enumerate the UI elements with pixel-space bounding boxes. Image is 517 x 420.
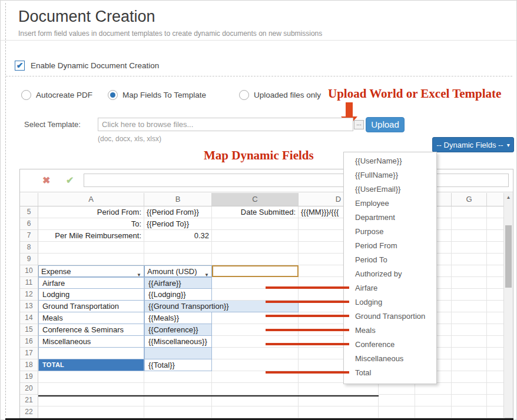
cell-A6[interactable]: To: <box>38 218 144 230</box>
cell-G18[interactable] <box>452 359 487 371</box>
cell-C14[interactable] <box>212 312 299 324</box>
cell-F21[interactable] <box>415 395 452 406</box>
column-header-sliver[interactable] <box>487 193 505 206</box>
cell-E22[interactable] <box>379 406 415 418</box>
row-header-13[interactable]: 13 <box>20 301 38 312</box>
formula-cancel-icon[interactable]: ✖ <box>42 175 50 186</box>
upload-button[interactable]: Upload <box>366 117 405 132</box>
cell-H11[interactable] <box>487 277 505 289</box>
dropdown-item[interactable]: Miscellaneous <box>344 352 436 366</box>
cell-H13[interactable] <box>487 301 505 312</box>
cell-C9[interactable] <box>212 254 299 265</box>
dropdown-item[interactable]: Period From <box>344 239 436 253</box>
cell-D20[interactable] <box>299 383 379 395</box>
cell-C21[interactable] <box>212 395 299 406</box>
cell-B12[interactable]: {{Lodging}} <box>144 289 212 301</box>
cell-H18[interactable] <box>487 359 505 371</box>
cell-B15[interactable]: {{Conference}} <box>144 324 212 336</box>
dropdown-item[interactable]: Meals <box>344 324 436 338</box>
cell-B17[interactable] <box>144 348 212 359</box>
cell-B20[interactable] <box>144 383 212 395</box>
dropdown-item[interactable]: {{UserEmail}} <box>344 182 436 196</box>
cell-C6[interactable] <box>212 218 299 230</box>
cell-H20[interactable] <box>487 383 505 395</box>
cell-A10[interactable]: Expense▼ <box>38 265 144 277</box>
cell-C5[interactable]: Date Submitted: <box>212 206 299 218</box>
cell-G7[interactable] <box>452 230 487 242</box>
row-header-15[interactable]: 15 <box>20 324 38 336</box>
cell-G22[interactable] <box>452 406 487 418</box>
cell-H22[interactable] <box>487 406 505 418</box>
cell-A14[interactable]: Meals <box>38 312 144 324</box>
mode-map-fields[interactable]: Map Fields To Template <box>108 90 206 100</box>
formula-input[interactable] <box>84 174 509 187</box>
dropdown-item[interactable]: Airfare <box>344 281 436 295</box>
cell-C17[interactable] <box>212 348 299 359</box>
row-header-10[interactable]: 10 <box>20 265 38 277</box>
corner-header[interactable] <box>20 193 38 206</box>
cell-G16[interactable] <box>452 336 487 348</box>
cell-G13[interactable] <box>452 301 487 312</box>
cell-A12[interactable]: Lodging <box>38 289 144 301</box>
radio-icon-selected[interactable] <box>108 90 118 100</box>
cell-G10[interactable] <box>452 265 487 277</box>
cell-B21[interactable] <box>144 395 212 406</box>
scroll-up-icon[interactable]: ▲ <box>504 193 513 203</box>
cell-G9[interactable] <box>452 254 487 265</box>
cell-B16[interactable]: {{Miscellaneous}} <box>144 336 212 348</box>
cell-C22[interactable] <box>212 406 299 418</box>
cell-H6[interactable] <box>487 218 505 230</box>
row-header-17[interactable]: 17 <box>20 348 38 359</box>
cell-G14[interactable] <box>452 312 487 324</box>
cell-A9[interactable] <box>38 254 144 265</box>
dropdown-item[interactable]: Total <box>344 366 436 380</box>
cell-G12[interactable] <box>452 289 487 301</box>
column-header-C[interactable]: C <box>212 193 299 206</box>
dropdown-item[interactable]: Conference <box>344 338 436 352</box>
row-header-14[interactable]: 14 <box>20 312 38 324</box>
row-header-16[interactable]: 16 <box>20 336 38 348</box>
cell-G19[interactable] <box>452 371 487 383</box>
cell-A15[interactable]: Conference & Seminars <box>38 324 144 336</box>
mode-uploaded-only[interactable]: Uploaded files only <box>239 90 321 100</box>
cell-C10[interactable] <box>212 265 299 277</box>
cell-G11[interactable] <box>452 277 487 289</box>
dropdown-item[interactable]: Authorized by <box>344 267 436 281</box>
cell-H8[interactable] <box>487 242 505 254</box>
cell-G15[interactable] <box>452 324 487 336</box>
cell-A13[interactable]: Ground Transportation <box>38 301 144 312</box>
row-header-19[interactable]: 19 <box>20 371 38 383</box>
scrollbar-thumb[interactable] <box>505 225 512 288</box>
formula-apply-icon[interactable]: ✔ <box>66 175 74 186</box>
cell-A20[interactable] <box>38 383 144 395</box>
cell-B19[interactable] <box>144 371 212 383</box>
cell-G8[interactable] <box>452 242 487 254</box>
dynamic-fields-button[interactable]: -- Dynamic Fields -- ▾ <box>432 137 514 152</box>
cell-B22[interactable] <box>144 406 212 418</box>
cell-A19[interactable] <box>38 371 144 383</box>
cell-H16[interactable] <box>487 336 505 348</box>
row-header-20[interactable]: 20 <box>20 383 38 395</box>
template-file-input[interactable] <box>98 118 353 131</box>
cell-B9[interactable] <box>144 254 212 265</box>
row-header-9[interactable]: 9 <box>20 254 38 265</box>
dropdown-item[interactable]: Employee <box>344 196 436 211</box>
row-header-18[interactable]: 18 <box>20 359 38 371</box>
row-header-12[interactable]: 12 <box>20 289 38 301</box>
dropdown-item[interactable]: Period To <box>344 253 436 267</box>
radio-icon[interactable] <box>21 90 31 100</box>
row-header-5[interactable]: 5 <box>20 206 38 218</box>
cell-H7[interactable] <box>487 230 505 242</box>
cell-D21[interactable] <box>299 395 379 406</box>
cell-H17[interactable] <box>487 348 505 359</box>
column-header-B[interactable]: B <box>144 193 212 206</box>
row-header-11[interactable]: 11 <box>20 277 38 289</box>
dropdown-item[interactable]: Purpose <box>344 225 436 239</box>
dropdown-item[interactable]: Lodging <box>344 295 436 309</box>
filter-caret-icon[interactable]: ▼ <box>204 269 209 277</box>
row-header-22[interactable]: 22 <box>20 406 38 418</box>
cell-H15[interactable] <box>487 324 505 336</box>
cell-C7[interactable] <box>212 230 299 242</box>
filter-caret-icon[interactable]: ▼ <box>137 269 141 277</box>
cell-A17[interactable] <box>38 348 144 359</box>
